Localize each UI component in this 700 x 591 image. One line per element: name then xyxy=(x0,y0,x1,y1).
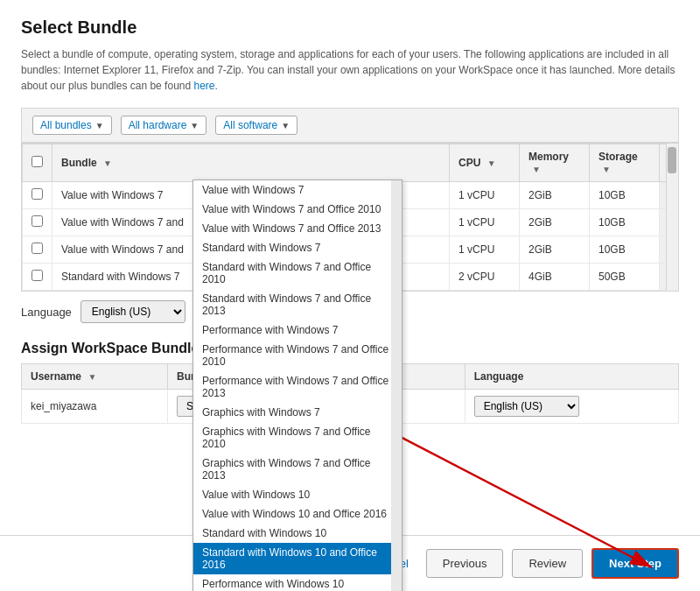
page-title: Select Bundle xyxy=(21,18,679,38)
select-all-checkbox[interactable] xyxy=(32,156,43,167)
sort-icon: ▼ xyxy=(103,158,112,168)
bundle-dropdown-overlay: Value with Windows 7Value with Windows 7… xyxy=(192,179,402,591)
here-link[interactable]: here xyxy=(194,80,215,92)
row-checkbox-cell xyxy=(23,182,52,209)
dropdown-item[interactable]: Standard with Windows 7 xyxy=(193,238,402,257)
language-assign-select[interactable]: English (US) xyxy=(474,396,579,417)
storage-cell: 50GB xyxy=(590,264,660,291)
th-checkbox xyxy=(23,144,52,182)
review-button[interactable]: Review xyxy=(512,549,583,578)
sort-icon: ▼ xyxy=(532,165,541,174)
description: Select a bundle of compute, operating sy… xyxy=(21,46,679,94)
all-software-filter[interactable]: All software ▼ xyxy=(215,116,298,135)
th-cpu: CPU ▼ xyxy=(450,144,520,182)
dropdown-item[interactable]: Performance with Windows 7 xyxy=(193,320,402,340)
dropdown-item[interactable]: Value with Windows 10 and Office 2016 xyxy=(193,504,402,524)
memory-cell: 2GiB xyxy=(520,182,590,209)
cpu-cell: 2 vCPU xyxy=(450,264,520,291)
dropdown-item[interactable]: Standard with Windows 7 and Office 2010 xyxy=(193,257,402,289)
sort-icon: ▼ xyxy=(88,372,96,382)
th-memory: Memory ▼ xyxy=(520,144,590,182)
filter-bar: All bundles ▼ All hardware ▼ All softwar… xyxy=(21,108,679,143)
dropdown-scrollbar[interactable] xyxy=(391,180,402,591)
cpu-cell: 1 vCPU xyxy=(450,209,520,236)
dropdown-item[interactable]: Standard with Windows 10 and Office 2016 xyxy=(193,543,402,574)
next-step-button[interactable]: Next Step xyxy=(592,548,679,579)
cpu-cell: 1 vCPU xyxy=(450,236,520,264)
memory-cell: 2GiB xyxy=(520,236,590,264)
chevron-down-icon: ▼ xyxy=(281,121,290,130)
dropdown-item[interactable]: Value with Windows 10 xyxy=(193,485,402,504)
storage-cell: 10GB xyxy=(590,182,660,209)
row-checkbox-cell xyxy=(23,264,52,291)
dropdown-item[interactable]: Standard with Windows 10 xyxy=(193,524,402,543)
dropdown-item[interactable]: Performance with Windows 10 xyxy=(193,574,402,591)
dropdown-item[interactable]: Value with Windows 7 xyxy=(193,180,402,200)
row-checkbox-cell xyxy=(23,236,52,264)
th-storage: Storage ▼ xyxy=(590,144,660,182)
chevron-down-icon: ▼ xyxy=(95,121,104,130)
dropdown-item[interactable]: Performance with Windows 7 and Office 20… xyxy=(193,371,402,403)
all-bundles-filter[interactable]: All bundles ▼ xyxy=(32,116,112,135)
language-label: Language xyxy=(21,306,72,319)
th-bundle: Bundle ▼ xyxy=(52,144,450,182)
dropdown-item[interactable]: Performance with Windows 7 and Office 20… xyxy=(193,340,402,371)
username-cell: kei_miyazawa xyxy=(22,390,168,424)
dropdown-item[interactable]: Value with Windows 7 and Office 2013 xyxy=(193,219,402,238)
row-checkbox[interactable] xyxy=(32,270,43,281)
chevron-down-icon: ▼ xyxy=(190,121,199,130)
language-select[interactable]: English (US) xyxy=(80,300,186,323)
row-checkbox[interactable] xyxy=(32,188,43,200)
dropdown-item[interactable]: Graphics with Windows 7 xyxy=(193,403,402,422)
dropdown-item[interactable]: Graphics with Windows 7 and Office 2010 xyxy=(193,422,402,454)
dropdown-item[interactable]: Standard with Windows 7 and Office 2013 xyxy=(193,289,402,320)
memory-cell: 2GiB xyxy=(520,209,590,236)
row-checkbox-cell xyxy=(23,209,52,236)
row-checkbox[interactable] xyxy=(32,243,43,254)
language-assign-cell: English (US) xyxy=(465,390,678,424)
cpu-cell: 1 vCPU xyxy=(450,182,520,209)
page-container: Select Bundle Select a bundle of compute… xyxy=(0,0,700,591)
table-scrollbar[interactable] xyxy=(666,144,678,291)
scrollbar-thumb xyxy=(668,147,676,173)
dropdown-item[interactable]: Graphics with Windows 7 and Office 2013 xyxy=(193,454,402,485)
memory-cell: 4GiB xyxy=(520,264,590,291)
dropdown-item[interactable]: Value with Windows 7 and Office 2010 xyxy=(193,200,402,219)
sort-icon: ▼ xyxy=(487,158,496,168)
previous-button[interactable]: Previous xyxy=(426,549,504,578)
th-language-assign: Language xyxy=(465,364,678,390)
th-username: Username ▼ xyxy=(22,364,168,390)
all-hardware-filter[interactable]: All hardware ▼ xyxy=(121,116,207,135)
row-checkbox[interactable] xyxy=(32,215,43,227)
sort-icon: ▼ xyxy=(602,165,611,174)
storage-cell: 10GB xyxy=(590,236,660,264)
storage-cell: 10GB xyxy=(590,209,660,236)
